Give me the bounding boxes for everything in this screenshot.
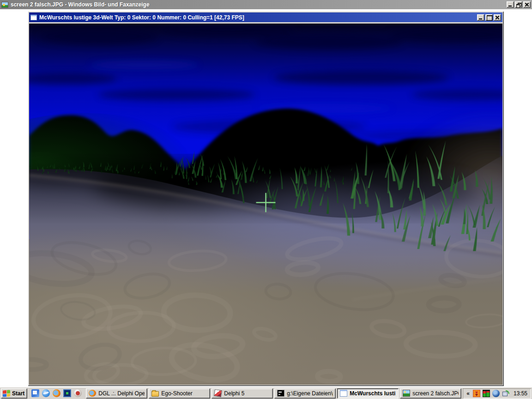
taskbar-button-ego-shooter[interactable]: Ego-Shooter xyxy=(149,388,210,399)
console-icon xyxy=(277,390,284,397)
app-square-icon[interactable] xyxy=(63,389,71,397)
show-desktop-icon[interactable] xyxy=(31,389,39,397)
taskbar-button-label: g:\Eigene Dateien\p... xyxy=(287,390,333,397)
firefox-icon xyxy=(89,390,96,397)
close-button xyxy=(494,14,501,21)
game-viewport xyxy=(29,24,502,385)
taskbar-button-label: Ego-Shooter xyxy=(161,390,192,397)
viewer-canvas: McWurschts lustige 3d-Welt Typ: 0 Sektor… xyxy=(0,9,532,387)
minimize-button[interactable] xyxy=(507,1,514,8)
desktop-screen: screen 2 falsch.JPG - Windows Bild- und … xyxy=(0,0,532,399)
taskbar-button-label: Delphi 5 xyxy=(224,390,244,397)
system-tray: « 13:55 xyxy=(463,388,531,399)
quick-launch-bar xyxy=(29,388,85,399)
taskbar: Start DGL .:. Delphi Open... Ego-Shooter… xyxy=(0,387,532,399)
game-window: McWurschts lustige 3d-Welt Typ: 0 Sektor… xyxy=(28,11,504,386)
form-icon xyxy=(30,15,37,20)
taskbar-button-mcwurscht[interactable]: McWurschts lusti... xyxy=(337,388,399,399)
internet-explorer-icon[interactable] xyxy=(42,389,50,397)
game-title: McWurschts lustige 3d-Welt Typ: 0 Sektor… xyxy=(39,14,476,21)
flashget-icon[interactable] xyxy=(473,390,480,397)
picture-icon xyxy=(1,2,8,8)
firefox-icon[interactable] xyxy=(53,389,60,397)
minimize-button xyxy=(477,14,484,21)
window-icon xyxy=(340,390,347,397)
restore-button[interactable] xyxy=(515,1,522,8)
taskbar-button-label: screen 2 falsch.JPG... xyxy=(412,390,459,397)
meter-icon[interactable] xyxy=(483,390,490,397)
globe-icon[interactable] xyxy=(492,390,500,397)
taskbar-button-label: DGL .:. Delphi Open... xyxy=(98,390,145,397)
game-titlebar: McWurschts lustige 3d-Welt Typ: 0 Sektor… xyxy=(29,12,502,22)
taskbar-button-label: McWurschts lusti... xyxy=(350,390,396,397)
close-button[interactable] xyxy=(523,1,531,8)
windows-logo-icon xyxy=(3,390,10,397)
folder-icon xyxy=(151,391,159,397)
tray-expand-button[interactable]: « xyxy=(466,390,471,397)
viewer-title: screen 2 falsch.JPG - Windows Bild- und … xyxy=(11,1,506,8)
start-label: Start xyxy=(12,390,24,397)
tray-clock: 13:55 xyxy=(512,390,527,397)
taskbar-button-console[interactable]: g:\Eigene Dateien\p... xyxy=(274,388,336,399)
taskbar-button-dgl[interactable]: DGL .:. Delphi Open... xyxy=(86,388,147,399)
taskbar-button-screen2[interactable]: screen 2 falsch.JPG... xyxy=(400,388,461,399)
start-button[interactable]: Start xyxy=(1,388,27,399)
viewer-titlebar: screen 2 falsch.JPG - Windows Bild- und … xyxy=(0,0,532,9)
delphi-icon xyxy=(214,389,222,397)
opera-icon[interactable] xyxy=(74,389,82,397)
network-signal-icon[interactable] xyxy=(502,390,509,397)
taskbar-button-delphi5[interactable]: Delphi 5 xyxy=(212,388,273,399)
picture-icon xyxy=(403,390,410,397)
maximize-button xyxy=(485,14,493,21)
scene-3d xyxy=(29,24,502,385)
